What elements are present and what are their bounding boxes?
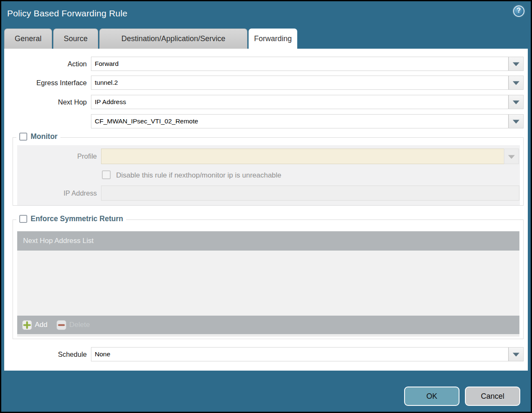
forwarding-tab-content: Action Forward Egress Interface tunnel.2… [4,49,528,371]
next-hop-address-dropdown-button[interactable] [509,114,524,128]
schedule-select[interactable]: None [91,347,509,361]
action-select[interactable]: Forward [91,57,509,71]
help-icon[interactable] [513,5,524,17]
chevron-down-icon [513,62,519,66]
minus-icon [57,320,66,330]
dialog-title: Policy Based Forwarding Rule [7,8,127,18]
monitor-section: Monitor Profile Disable this rule if nex… [13,137,524,206]
pbf-rule-dialog: Policy Based Forwarding Rule General Sou… [1,1,531,412]
chevron-down-icon [513,100,519,104]
tab-source[interactable]: Source [53,29,98,49]
monitor-disabled-panel: Profile Disable this rule if nexthop/mon… [17,145,520,205]
chevron-down-icon [513,120,519,123]
monitor-legend: Monitor [16,132,60,141]
chevron-down-icon [508,155,515,159]
next-hop-address-select[interactable]: CF_MWAN_IPsec_VTI_02_Remote [91,114,509,128]
dialog-footer: OK Cancel [1,387,531,406]
cancel-button[interactable]: Cancel [465,387,520,406]
next-hop-label: Next Hop [4,95,87,109]
monitor-ip-address-label: IP Address [17,186,97,201]
table-footer-toolbar: Add Delete [17,316,519,334]
tab-destination-application-service[interactable]: Destination/Application/Service [99,29,247,49]
enforce-symmetric-return-checkbox[interactable] [19,215,27,223]
delete-button: Delete [57,320,90,330]
ok-button[interactable]: OK [404,387,459,406]
next-hop-type-dropdown-button[interactable] [509,95,524,109]
monitor-checkbox[interactable] [19,133,27,141]
profile-label: Profile [17,149,97,164]
schedule-dropdown-button[interactable] [509,347,524,361]
chevron-down-icon [513,81,519,85]
symmetric-return-legend-label: Enforce Symmetric Return [31,214,123,223]
profile-select [101,149,504,164]
titlebar: Policy Based Forwarding Rule [1,1,531,29]
plus-icon [22,320,32,330]
monitor-legend-label: Monitor [31,132,57,141]
egress-interface-select[interactable]: tunnel.2 [91,76,509,90]
profile-dropdown-button [504,149,519,164]
tab-bar: General Source Destination/Application/S… [4,29,297,49]
next-hop-address-list-body[interactable] [17,251,519,316]
next-hop-address-table: Next Hop Address List Add [17,231,519,337]
screenshot-frame: Policy Based Forwarding Rule General Sou… [0,0,532,413]
add-button-label: Add [35,321,47,329]
symmetric-return-legend: Enforce Symmetric Return [16,214,126,223]
egress-interface-dropdown-button[interactable] [509,76,524,90]
monitor-ip-address-input [101,186,519,201]
action-label: Action [4,57,87,71]
symmetric-return-section: Enforce Symmetric Return Next Hop Addres… [13,220,524,339]
delete-button-label: Delete [69,321,90,329]
next-hop-type-select[interactable]: IP Address [91,95,509,109]
tab-forwarding[interactable]: Forwarding [249,29,297,49]
schedule-label: Schedule [4,347,87,361]
egress-interface-label: Egress Interface [4,76,87,90]
action-dropdown-button[interactable] [509,57,524,71]
add-button[interactable]: Add [22,320,47,330]
next-hop-address-list-header: Next Hop Address List [17,231,519,251]
chevron-down-icon [513,353,519,356]
tab-general[interactable]: General [4,29,52,49]
table-scrollbar-track [17,334,519,337]
disable-rule-checkbox [102,170,111,179]
disable-rule-checkbox-label: Disable this rule if nexthop/monitor ip … [116,171,281,180]
